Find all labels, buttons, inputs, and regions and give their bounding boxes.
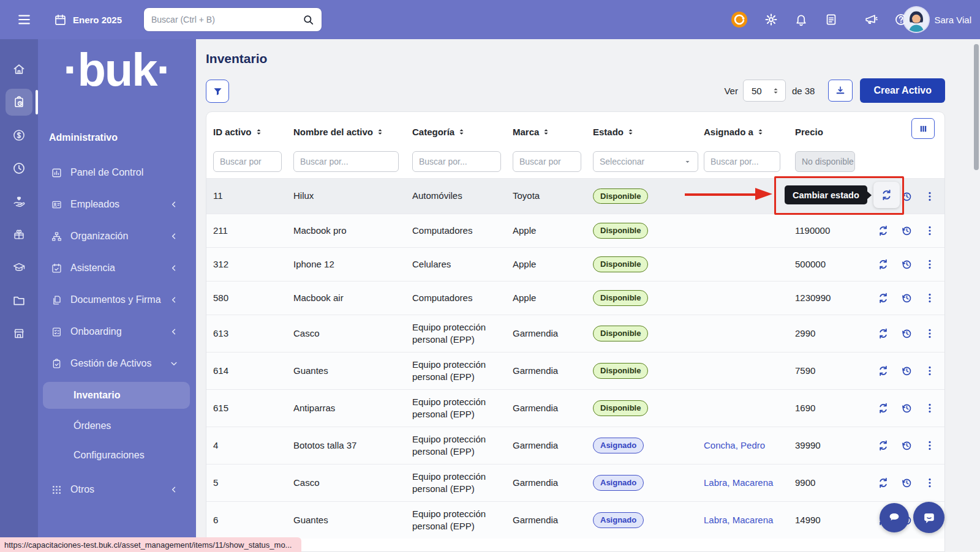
- rail-item-clipboard-clock[interactable]: [0, 86, 38, 119]
- sidebar-item-empleados[interactable]: Empleados: [38, 188, 196, 220]
- avatar: [904, 7, 929, 32]
- sidebar-item-documentosyfirma[interactable]: Documentos y Firma: [38, 284, 196, 316]
- column-header-id-activo[interactable]: ID activo: [213, 127, 293, 137]
- kebab-menu-icon[interactable]: [924, 439, 936, 452]
- scrollbar-thumb[interactable]: [974, 44, 979, 170]
- column-label: Marca: [513, 127, 539, 137]
- sidebar-subitem-inventario[interactable]: Inventario: [43, 382, 190, 409]
- change-status-button[interactable]: [873, 182, 900, 208]
- history-icon[interactable]: [900, 258, 913, 270]
- chat-bubble-button[interactable]: [880, 503, 909, 532]
- column-header-nombre-del-activo[interactable]: Nombre del activo: [293, 127, 412, 137]
- history-icon[interactable]: [900, 439, 913, 452]
- menu-icon[interactable]: [17, 13, 31, 26]
- rail-item-hand-heart[interactable]: [0, 185, 38, 218]
- change-status-icon[interactable]: [877, 292, 889, 304]
- user-menu[interactable]: Sara Vial: [904, 0, 971, 39]
- page-size-select[interactable]: 50: [743, 80, 786, 102]
- kebab-menu-icon[interactable]: [924, 225, 936, 237]
- search-input[interactable]: [151, 15, 303, 24]
- create-asset-button[interactable]: Crear Activo: [860, 78, 945, 103]
- change-status-icon[interactable]: [877, 402, 889, 414]
- status-badge: Disponible: [593, 256, 648, 272]
- filter-input-nombre-del-activo[interactable]: [293, 151, 399, 172]
- history-icon[interactable]: [900, 402, 913, 414]
- select-placeholder: Seleccionar: [600, 157, 644, 166]
- cell-brand: Garmendia: [513, 402, 593, 414]
- rail-item-store[interactable]: [0, 317, 38, 350]
- kebab-menu-icon[interactable]: [924, 402, 936, 414]
- sidebar-item-asistencia[interactable]: Asistencia: [38, 252, 196, 284]
- column-header-asignado-a[interactable]: Asignado a: [704, 127, 795, 137]
- assigned-person-link[interactable]: Concha, Pedro: [704, 440, 765, 450]
- rail-item-clock[interactable]: [0, 152, 38, 185]
- history-icon[interactable]: [900, 327, 913, 340]
- change-status-icon[interactable]: [877, 327, 889, 340]
- change-status-icon[interactable]: [877, 365, 889, 377]
- kebab-menu-icon[interactable]: [924, 190, 936, 203]
- global-search[interactable]: [144, 8, 322, 31]
- rail-item-folder[interactable]: [0, 284, 38, 317]
- kebab-menu-icon[interactable]: [924, 365, 936, 377]
- cell-asset-name: Casco: [293, 477, 412, 489]
- columns-button[interactable]: [911, 118, 935, 139]
- kebab-menu-icon[interactable]: [924, 292, 936, 304]
- column-header-marca[interactable]: Marca: [513, 127, 593, 137]
- history-icon[interactable]: [900, 477, 913, 489]
- download-button[interactable]: [828, 80, 853, 102]
- filter-button[interactable]: [206, 80, 229, 103]
- megaphone-icon[interactable]: [864, 13, 878, 26]
- change-status-icon[interactable]: [877, 258, 889, 270]
- assigned-person-link[interactable]: Labra, Macarena: [704, 477, 773, 488]
- sidebar-item-onboarding[interactable]: Onboarding: [38, 316, 196, 348]
- kebab-menu-icon[interactable]: [924, 258, 936, 270]
- filter-input-id-activo[interactable]: [213, 151, 282, 172]
- hand-heart-icon: [12, 195, 26, 208]
- cell-category: Equipo protección personal (EPP): [412, 471, 513, 496]
- orbit-badge-icon[interactable]: [731, 11, 748, 28]
- search-icon[interactable]: [303, 14, 314, 26]
- rail-item-home[interactable]: [0, 53, 38, 86]
- rail-item-gift[interactable]: [0, 218, 38, 251]
- cell-asset-id: 211: [213, 225, 293, 237]
- sidebar-item-otros[interactable]: Otros: [38, 474, 196, 505]
- buk-logo[interactable]: ·buk·: [38, 43, 196, 96]
- column-header-categoria[interactable]: Categoría: [412, 127, 513, 137]
- kebab-menu-icon[interactable]: [924, 477, 936, 489]
- help-chat-button[interactable]: [913, 502, 944, 533]
- change-status-icon[interactable]: [877, 225, 889, 237]
- filter-select-estado[interactable]: Seleccionar: [593, 151, 698, 172]
- sidebar-item-gestiondeactivos[interactable]: Gestión de Activos: [38, 348, 196, 379]
- notes-icon[interactable]: [824, 13, 838, 26]
- cell-status: Asignado: [593, 512, 704, 528]
- sidebar-subitem-label: Inventario: [74, 390, 120, 401]
- gear-icon[interactable]: [764, 13, 778, 26]
- sidebar-subitem-configuraciones[interactable]: Configuraciones: [38, 441, 196, 470]
- history-icon[interactable]: [900, 365, 913, 377]
- sidebar-item-paneldecontrol[interactable]: Panel de Control: [38, 157, 196, 188]
- sort: [458, 128, 466, 136]
- assigned-person-link[interactable]: Labra, Macarena: [704, 515, 773, 525]
- cell-assigned-to: Concha, Pedro: [704, 439, 795, 452]
- row-actions: [873, 258, 945, 270]
- filter-input-categoria[interactable]: [412, 151, 501, 172]
- column-header-estado[interactable]: Estado: [593, 127, 704, 137]
- chart-icon: [51, 167, 62, 179]
- status-badge: Disponible: [593, 223, 648, 239]
- change-status-icon[interactable]: [877, 477, 889, 489]
- kebab-menu-icon[interactable]: [924, 327, 936, 340]
- bell-icon[interactable]: [794, 13, 808, 26]
- store-icon: [12, 327, 26, 340]
- filter-input-asignado-a[interactable]: [704, 151, 780, 172]
- history-icon[interactable]: [900, 225, 913, 237]
- history-icon[interactable]: [900, 292, 913, 304]
- column-label: ID activo: [213, 127, 252, 137]
- table-row: 211Macbook proComputadoresAppleDisponibl…: [206, 214, 944, 247]
- filter-input-marca[interactable]: [513, 151, 581, 172]
- rail-item-graduation[interactable]: [0, 251, 38, 284]
- change-status-icon[interactable]: [877, 439, 889, 452]
- rail-item-dollar[interactable]: [0, 119, 38, 152]
- period-selector[interactable]: Enero 2025: [54, 10, 122, 29]
- sidebar-item-organizacion[interactable]: Organización: [38, 220, 196, 252]
- sidebar-subitem-ordenes[interactable]: Órdenes: [38, 411, 196, 441]
